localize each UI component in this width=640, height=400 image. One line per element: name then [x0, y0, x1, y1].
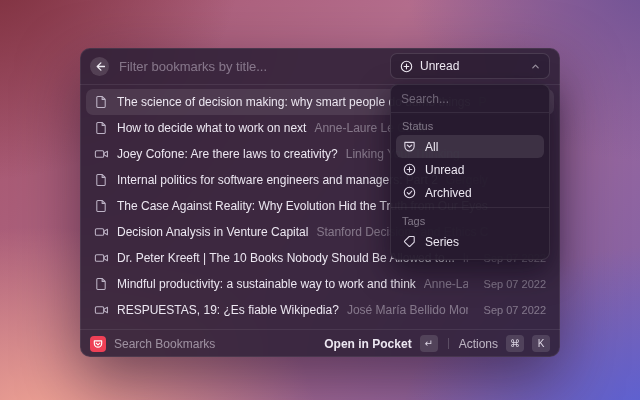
dropdown-item-label: All	[425, 140, 438, 154]
bookmark-title: Decision Analysis in Venture Capital	[117, 225, 308, 239]
dropdown-item[interactable]: Archived	[396, 181, 544, 204]
bookmark-title: How to decide what to work on next	[117, 121, 306, 135]
bookmark-title: Mindful productivity: a sustainable way …	[117, 277, 416, 291]
dropdown-item[interactable]: All	[396, 135, 544, 158]
document-icon	[94, 199, 109, 213]
tags-section-header: Tags	[396, 211, 544, 230]
cmd-key-badge: ⌘	[506, 335, 524, 352]
dropdown-item-label: Archived	[425, 186, 472, 200]
dropdown-item[interactable]: Unread	[396, 158, 544, 181]
k-key-badge: K	[532, 335, 550, 352]
footer-bar: Search Bookmarks Open in Pocket ↵ Action…	[80, 330, 560, 357]
bookmark-row[interactable]: RESPUESTAS, 19: ¿Es fiable Wikipedia? Jo…	[86, 297, 554, 323]
top-bar: Unread	[80, 48, 560, 84]
footer-separator	[448, 338, 449, 349]
status-section-header: Status	[396, 116, 544, 135]
inbox-icon	[403, 140, 417, 153]
status-filter-dropdown-panel: Status All	[390, 84, 550, 260]
pocket-logo-icon	[90, 336, 106, 352]
bookmark-title: Joey Cofone: Are there laws to creativit…	[117, 147, 338, 161]
back-button[interactable]	[90, 57, 109, 76]
status-filter-label: Unread	[420, 59, 459, 73]
document-icon	[94, 95, 109, 109]
document-icon	[94, 173, 109, 187]
video-icon	[94, 303, 109, 317]
chevron-up-icon	[531, 62, 540, 71]
primary-action-label[interactable]: Open in Pocket	[324, 337, 411, 351]
filter-input[interactable]	[119, 59, 390, 74]
document-icon	[94, 277, 109, 291]
tag-icon	[403, 235, 417, 248]
bookmark-title: RESPUESTAS, 19: ¿Es fiable Wikipedia?	[117, 303, 339, 317]
bookmark-date: Sep 07 2022	[476, 278, 546, 290]
dropdown-item-label: Series	[425, 235, 459, 249]
arrow-left-icon	[94, 61, 105, 72]
bookmark-subtitle: José María Bellido Morillas	[347, 303, 468, 317]
launcher-window: Unread The science of decision making: w…	[80, 48, 560, 357]
plus-circle-icon	[403, 163, 417, 176]
bookmark-subtitle: Anne-Laure Le Cunff	[424, 277, 468, 291]
video-icon	[94, 147, 109, 161]
app-name: Search Bookmarks	[114, 337, 215, 351]
bookmark-date: Sep 07 2022	[476, 304, 546, 316]
actions-label[interactable]: Actions	[459, 337, 498, 351]
dropdown-search-input[interactable]	[391, 85, 549, 112]
dropdown-item-label: Unread	[425, 163, 464, 177]
status-filter-dropdown-button[interactable]: Unread	[390, 53, 550, 79]
check-circle-icon	[403, 186, 417, 199]
status-options: All Unread	[396, 135, 544, 204]
document-icon	[94, 121, 109, 135]
plus-circle-icon	[400, 60, 413, 73]
video-icon	[94, 251, 109, 265]
dropdown-item[interactable]: Series	[396, 230, 544, 253]
enter-key-badge: ↵	[420, 335, 438, 352]
video-icon	[94, 225, 109, 239]
tag-options: Series	[396, 230, 544, 253]
bookmark-row[interactable]: Mindful productivity: a sustainable way …	[86, 271, 554, 297]
